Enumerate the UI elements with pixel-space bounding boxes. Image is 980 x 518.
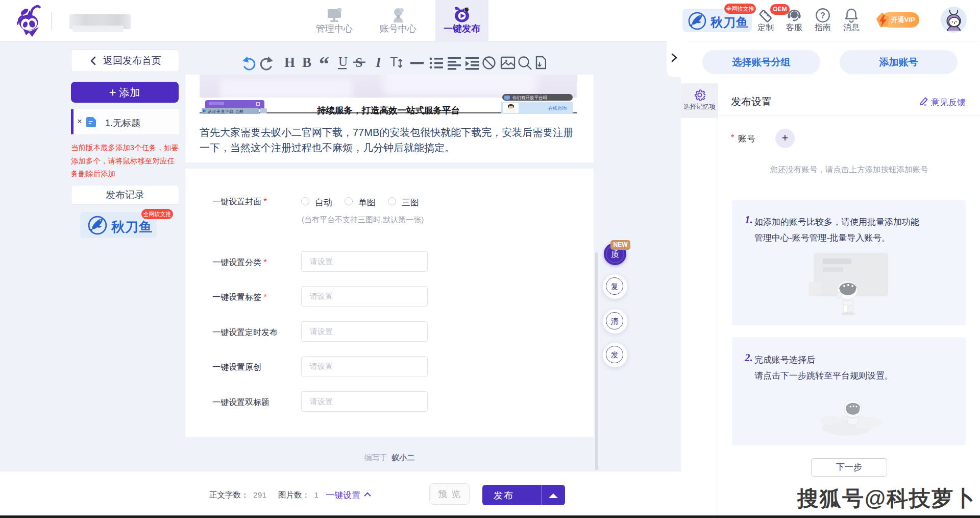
svg-text:?: ? xyxy=(820,11,825,20)
svg-text:H: H xyxy=(284,55,295,70)
svg-text:T: T xyxy=(390,55,398,69)
svg-text:U: U xyxy=(338,55,348,68)
svg-text:“: “ xyxy=(319,53,329,72)
svg-text:B: B xyxy=(302,55,311,70)
svg-text:I: I xyxy=(375,55,382,70)
